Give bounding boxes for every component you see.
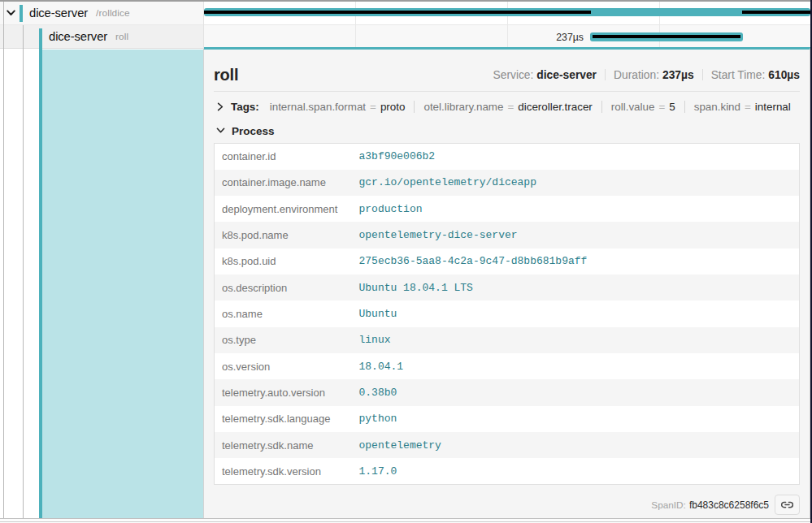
tag-divider <box>684 101 685 113</box>
kv-value: Ubuntu <box>359 300 800 326</box>
tag-key: internal.span.format <box>270 101 366 113</box>
span-detail-header: roll Service: dice-server Duration: 237µ… <box>214 66 800 84</box>
operation-name: roll <box>115 31 128 42</box>
span-id-value: fb483c8c6258f6c5 <box>689 499 769 511</box>
process-key-values-table: container.ida3bf90e006b2 container.image… <box>214 143 800 485</box>
table-row: os.version18.04.1 <box>215 353 800 379</box>
kv-value: python <box>359 406 800 432</box>
service-color-indicator <box>20 5 23 22</box>
link-icon <box>781 499 793 511</box>
tags-label: Tags: <box>231 101 259 113</box>
span-id-label: SpanID: <box>651 499 686 511</box>
service-color-indicator <box>39 28 42 519</box>
kv-key: telemetry.sdk.language <box>215 406 359 432</box>
start-time-value: 610µs <box>768 69 800 81</box>
span-bar-roll[interactable] <box>590 32 743 41</box>
column-resizer[interactable] <box>203 2 204 49</box>
kv-value: opentelemetry-dice-server <box>359 222 800 248</box>
process-accordian[interactable]: Process <box>214 121 800 140</box>
table-row: telemetry.sdk.languagepython <box>215 406 800 432</box>
duration-label: Duration: <box>614 69 659 81</box>
kv-value: Ubuntu 18.04.1 LTS <box>359 274 800 300</box>
span-name-cell-roll[interactable]: dice-server roll <box>0 25 203 50</box>
span-detail-footer: SpanID: fb483c8c6258f6c5 <box>214 495 800 515</box>
meta-divider <box>605 69 606 80</box>
kv-key: os.description <box>215 274 359 300</box>
tag-summary-item: internal.span.format = proto <box>270 101 406 113</box>
kv-key: k8s.pod.uid <box>215 249 359 274</box>
start-time-label: Start Time: <box>711 69 766 81</box>
span-duration-label: 237µs <box>556 32 584 43</box>
tag-key: span.kind <box>694 101 740 113</box>
tag-equals: = <box>370 101 376 113</box>
tag-equals: = <box>745 101 751 113</box>
tag-equals: = <box>658 101 665 113</box>
header-divider <box>214 91 800 92</box>
kv-value: a3bf90e006b2 <box>359 144 800 170</box>
kv-value: gcr.io/opentelemetry/diceapp <box>359 170 800 196</box>
kv-value: opentelemetry <box>359 432 800 458</box>
window-top-border <box>0 0 812 2</box>
span-operation-title: roll <box>214 66 238 84</box>
tags-accordian[interactable]: Tags: internal.span.format = proto otel.… <box>214 95 800 119</box>
process-label: Process <box>232 125 275 137</box>
kv-value: 275ecb36-5aa8-4c2a-9c47-d8bb681b9aff <box>359 249 800 274</box>
span-detail-meta: Service: dice-server Duration: 237µs Sta… <box>493 69 800 81</box>
service-name[interactable]: dice-server <box>29 6 88 19</box>
span-bar-rolldice[interactable] <box>204 8 810 17</box>
tag-equals: = <box>507 101 514 113</box>
kv-value: 0.38b0 <box>359 379 800 405</box>
kv-key: os.name <box>215 300 359 326</box>
service-value: dice-server <box>536 69 597 81</box>
kv-key: container.id <box>215 144 359 170</box>
operation-name: /rolldice <box>96 7 130 19</box>
table-row: container.image.namegcr.io/opentelemetry… <box>215 170 800 196</box>
table-row: os.nameUbuntu <box>215 300 800 326</box>
kv-key: telemetry.auto.version <box>215 379 359 405</box>
tag-divider <box>601 101 602 113</box>
indent-guide <box>23 25 24 519</box>
tag-key: roll.value <box>611 101 655 113</box>
indent-guide <box>3 2 4 518</box>
chevron-down-icon <box>216 128 225 134</box>
window-bottom-line <box>0 521 810 523</box>
table-row: telemetry.sdk.version1.17.0 <box>215 458 800 484</box>
tag-summary-item: roll.value = 5 <box>611 101 675 113</box>
table-row: k8s.pod.uid275ecb36-5aa8-4c2a-9c47-d8bb6… <box>215 249 800 274</box>
window-bottom-edge <box>0 518 810 523</box>
deep-link-button[interactable] <box>775 495 800 515</box>
kv-key: k8s.pod.name <box>215 222 359 248</box>
trace-timeline-viewer: dice-server /rolldice dice-server roll 2… <box>0 0 812 523</box>
table-row: deployment.environmentproduction <box>215 196 800 222</box>
table-row: telemetry.auto.version0.38b0 <box>215 379 800 405</box>
kv-value: linux <box>359 327 800 353</box>
table-row: container.ida3bf90e006b2 <box>215 144 800 170</box>
chevron-right-icon <box>217 102 224 111</box>
meta-divider <box>702 69 703 80</box>
tag-key: otel.library.name <box>423 101 503 113</box>
table-row: k8s.pod.nameopentelemetry-dice-server <box>215 222 800 248</box>
span-name-cell-rolldice[interactable]: dice-server /rolldice <box>0 2 203 25</box>
critical-path-segment <box>742 11 811 14</box>
span-detail-row-left[interactable] <box>0 50 203 519</box>
kv-key: deployment.environment <box>215 196 359 222</box>
tag-summary-item: otel.library.name = diceroller.tracer <box>423 101 592 113</box>
kv-key: telemetry.sdk.version <box>215 458 359 484</box>
kv-value: production <box>359 196 800 222</box>
table-row: os.descriptionUbuntu 18.04.1 LTS <box>215 274 800 300</box>
chevron-down-icon <box>7 10 15 16</box>
tag-summary-item: span.kind = internal <box>694 101 791 113</box>
kv-key: container.image.name <box>215 170 359 196</box>
kv-value: 1.17.0 <box>359 458 800 484</box>
table-row: os.typelinux <box>215 327 800 353</box>
service-label: Service: <box>493 69 534 81</box>
collapse-toggle[interactable] <box>5 2 16 24</box>
kv-value: 18.04.1 <box>359 353 800 379</box>
tag-value: internal <box>755 101 791 113</box>
kv-key: os.version <box>215 353 359 379</box>
service-name[interactable]: dice-server <box>49 30 107 43</box>
duration-value: 237µs <box>662 69 694 81</box>
critical-path-segment <box>204 11 591 14</box>
tag-value: 5 <box>669 101 675 113</box>
tag-value: diceroller.tracer <box>518 101 593 113</box>
